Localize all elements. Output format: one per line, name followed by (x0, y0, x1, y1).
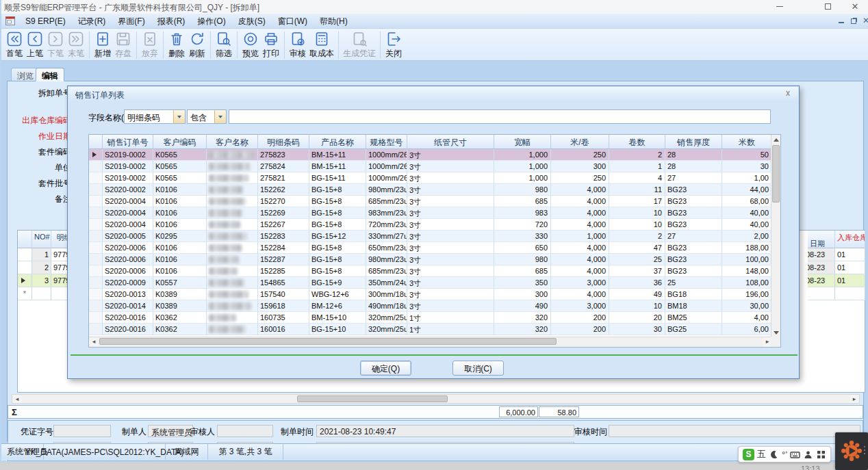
table-cell[interactable] (207, 207, 258, 219)
table-cell[interactable]: 17 (609, 196, 665, 207)
table-row[interactable]: S2020-0004K0106152270BG-15+8685mm/23um..… (89, 196, 772, 207)
table-cell[interactable]: 3寸 (407, 242, 494, 254)
table-header-9[interactable]: 卷数 (609, 135, 665, 149)
table-row[interactable]: S2020-0016K0362160735BM-15+10320mm/25um.… (89, 312, 772, 324)
close-icon[interactable]: ✕ (845, 1, 865, 12)
row-selector[interactable] (89, 289, 103, 300)
table-cell[interactable]: 30,00 (722, 300, 772, 312)
table-cell[interactable]: 1寸 (407, 312, 494, 324)
table-cell[interactable]: 25 (609, 254, 665, 265)
chevron-down-icon[interactable] (173, 110, 185, 123)
table-cell[interactable]: BG23 (665, 242, 722, 254)
table-cell[interactable]: K0565 (153, 161, 207, 172)
table-cell[interactable]: 4,000 (551, 289, 609, 300)
table-cell[interactable]: 10 (609, 219, 665, 231)
toolbar-audit-button[interactable]: 审核 (288, 30, 308, 60)
ok-button[interactable]: 确定(Q) (360, 361, 411, 376)
scroll-right-icon[interactable]: ▸ (850, 395, 859, 403)
table-cell[interactable]: 1000mm/26u... (366, 149, 407, 161)
grid-cell-date[interactable]: 08-23 (808, 274, 835, 287)
table-cell[interactable]: K0565 (153, 149, 207, 161)
menu-item-7[interactable]: 帮助(H) (314, 14, 354, 29)
dialog-close-icon[interactable]: x (782, 88, 793, 99)
table-cell[interactable]: 108,00 (722, 277, 772, 289)
table-cell[interactable]: 3寸 (407, 231, 494, 242)
table-header-1[interactable]: 客户编码 (153, 135, 207, 149)
table-row[interactable]: S2020-0014K0389159618BM-12+6490mm/18um..… (89, 300, 772, 312)
table-cell[interactable]: S2020-0006 (103, 254, 153, 265)
grid-cell-no[interactable]: 3 (32, 274, 51, 287)
table-cell[interactable]: 152269 (258, 207, 309, 219)
table-cell[interactable]: 50 (722, 149, 772, 161)
table-cell[interactable]: 3寸 (407, 172, 494, 184)
table-cell[interactable]: 4 (609, 172, 665, 184)
table-vscrollbar[interactable] (771, 135, 780, 338)
table-cell[interactable]: 250 (551, 172, 609, 184)
table-header-6[interactable]: 纸管尺寸 (407, 135, 494, 149)
table-cell[interactable]: BG25 (665, 324, 722, 335)
table-cell[interactable]: 275823 (258, 149, 309, 161)
table-cell[interactable]: K0389 (153, 300, 207, 312)
table-row[interactable]: S2020-0002K0106152262BG-15+8980mm/23um..… (89, 184, 772, 196)
table-cell[interactable]: S2019-0002 (103, 172, 153, 184)
table-cell[interactable]: 330 (494, 231, 551, 242)
table-cell[interactable]: 490 (494, 300, 551, 312)
table-cell[interactable]: 3,000 (551, 300, 609, 312)
table-cell[interactable]: BG-15+8 (309, 196, 366, 207)
menu-item-5[interactable]: 皮肤(S) (232, 14, 272, 29)
row-selector[interactable] (89, 265, 103, 277)
table-cell[interactable]: BM-15+11 (309, 149, 366, 161)
grid-cell-warehouse[interactable]: 01 (835, 274, 865, 287)
table-cell[interactable]: 490mm/18um... (366, 300, 407, 312)
table-cell[interactable] (207, 300, 258, 312)
table-cell[interactable]: 10 (609, 300, 665, 312)
table-cell[interactable]: 1000mm/26u... (366, 172, 407, 184)
table-cell[interactable]: 3,000 (551, 277, 609, 289)
scroll-left-icon[interactable]: ◂ (89, 337, 99, 347)
table-cell[interactable]: 152283 (258, 231, 309, 242)
row-selector[interactable] (89, 312, 103, 324)
table-cell[interactable]: 40,00 (722, 219, 772, 231)
table-cell[interactable]: 20 (609, 312, 665, 324)
table-header-2[interactable]: 客户名称 (207, 135, 258, 149)
table-cell[interactable]: 4,000 (551, 207, 609, 219)
toolbar-filter-button[interactable]: 筛选 (214, 30, 234, 60)
table-cell[interactable]: 160016 (258, 324, 309, 335)
row-selector[interactable] (89, 196, 103, 207)
table-cell[interactable]: 3寸 (407, 277, 494, 289)
table-header-11[interactable]: 米数 (722, 135, 772, 149)
table-cell[interactable]: 983 (494, 207, 551, 219)
grid-new-row-selector[interactable]: * (18, 287, 32, 300)
table-cell[interactable]: 350 (494, 277, 551, 289)
table-row[interactable]: S2020-0004K0106152267BG-15+8720mm/23um..… (89, 219, 772, 231)
table-cell[interactable]: 40,00 (722, 207, 772, 219)
table-cell[interactable]: S2020-0013 (103, 289, 153, 300)
table-cell[interactable] (207, 289, 258, 300)
row-selector[interactable] (89, 149, 103, 161)
table-cell[interactable]: S2020-0004 (103, 219, 153, 231)
table-header-5[interactable]: 规格型号 (366, 135, 407, 149)
table-cell[interactable]: 1000mm/26u... (366, 161, 407, 172)
minimize-icon[interactable] (769, 1, 790, 12)
table-cell[interactable]: 10 (609, 207, 665, 219)
grid-cell-date[interactable]: 08-23 (808, 261, 835, 274)
table-cell[interactable]: K0295 (153, 231, 207, 242)
table-row[interactable]: S2019-0002K0565275824BM-15+111000mm/26u.… (89, 161, 772, 172)
scroll-down-icon[interactable] (774, 331, 779, 335)
table-cell[interactable]: 100,00 (722, 254, 772, 265)
grid-col-no-header[interactable]: NO# (32, 231, 51, 248)
table-cell[interactable]: 4,000 (551, 196, 609, 207)
row-selector[interactable] (89, 207, 103, 219)
table-cell[interactable]: 685 (494, 265, 551, 277)
grid-cell-no[interactable]: 1 (32, 248, 51, 261)
table-cell[interactable]: 3寸 (407, 161, 494, 172)
table-cell[interactable]: BG23 (665, 265, 722, 277)
grid-col-warehouse-header[interactable]: 入库仓库 (835, 231, 865, 248)
punctuation-icon[interactable]: °’ (782, 449, 787, 460)
row-selector[interactable] (89, 172, 103, 184)
table-cell[interactable]: K0106 (153, 219, 207, 231)
table-cell[interactable]: 11 (609, 184, 665, 196)
toolbar-cost-button[interactable]: 取成本 (308, 30, 335, 60)
table-cell[interactable]: BG23 (665, 254, 722, 265)
table-cell[interactable]: S2020-0016 (103, 312, 153, 324)
